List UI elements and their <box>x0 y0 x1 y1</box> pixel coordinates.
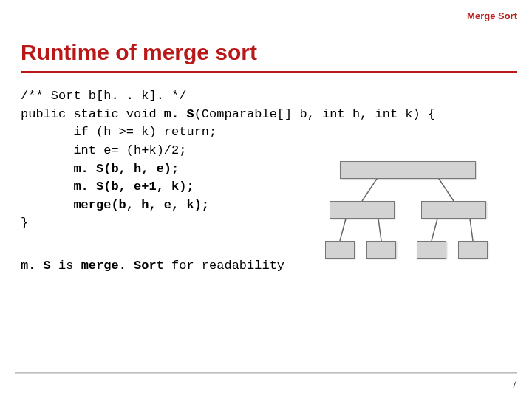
svg-line-3 <box>378 219 381 241</box>
code-method-name: m. S <box>164 107 194 121</box>
code-line: } <box>21 216 28 230</box>
annotation: m. S is merge. Sort for readability <box>21 259 284 273</box>
tree-node-leaf <box>366 241 396 259</box>
tree-node-leaf <box>325 241 355 259</box>
footer-divider <box>15 372 517 374</box>
svg-line-0 <box>362 179 377 201</box>
code-line: m. S(b, e+1, k); <box>21 180 194 194</box>
annotation-text: is <box>51 259 81 273</box>
tree-node <box>330 201 395 219</box>
svg-line-2 <box>340 219 346 241</box>
recursion-tree-diagram <box>303 161 510 287</box>
svg-line-4 <box>432 219 437 241</box>
slide-title: Runtime of merge sort <box>21 40 257 65</box>
code-line: int e= (h+k)/2; <box>21 143 186 157</box>
title-divider <box>21 71 517 73</box>
code-line: m. S(b, h, e); <box>21 162 179 176</box>
tree-node <box>421 201 486 219</box>
page-number: 7 <box>511 378 517 390</box>
code-line: public static void m. S(Comparable[] b, … <box>21 107 435 121</box>
code-text: (Comparable[] b, int h, int k) { <box>194 107 435 121</box>
tree-node-root <box>340 161 476 179</box>
svg-line-5 <box>470 219 473 241</box>
annotation-term: m. S <box>21 259 51 273</box>
annotation-text: for readability <box>164 259 284 273</box>
code-line: merge(b, h, e, k); <box>21 198 209 212</box>
code-line: /** Sort b[h. . k]. */ <box>21 89 186 103</box>
code-line: if (h >= k) return; <box>21 125 216 139</box>
annotation-term: merge. Sort <box>81 259 164 273</box>
code-text: public static void <box>21 107 164 121</box>
svg-line-1 <box>439 179 454 201</box>
tree-node-leaf <box>458 241 488 259</box>
tree-node-leaf <box>417 241 446 259</box>
header-label: Merge Sort <box>467 10 517 21</box>
